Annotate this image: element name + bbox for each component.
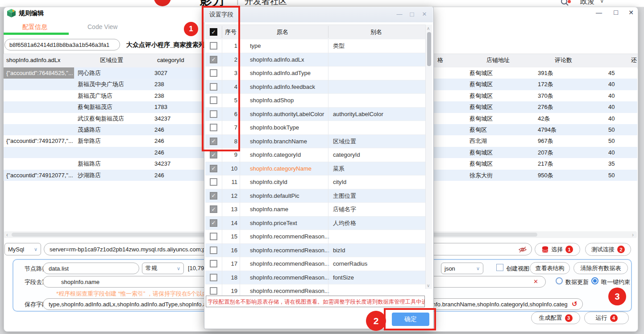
cell-area[interactable]: 蔡甸新福茂店 [78,101,147,113]
field-alias[interactable]: cornerRadius [333,257,422,271]
cell-area[interactable]: 新福路店 [78,158,147,169]
cell-extra[interactable]: 40 [608,113,635,124]
table-row[interactable]: 蔡甸城区172条40 [431,79,637,90]
cell-adlx[interactable]: {"accountid":76484525,"... [4,67,74,79]
generate-config-button[interactable]: 生成配置 3 [531,312,580,324]
table-row[interactable]: 蔡甸区4794条50 [431,124,637,135]
row-checkbox[interactable]: ✓ [210,205,217,213]
table-row[interactable]: 蔡甸城区276条40 [431,101,637,113]
field-row[interactable]: ✓13shopInfo.name店铺名字 [205,203,425,217]
left-col-header-categoryid[interactable]: categoryId [157,54,184,67]
row-checkbox[interactable] [210,233,217,240]
cell-categoryid[interactable]: 3027 [154,67,204,79]
table-row[interactable]: {"accountid":76484525,"...同心路店3027 [4,67,204,79]
scroll-right-icon[interactable]: › [632,232,634,238]
cell-categoryid[interactable]: 246 [154,124,204,135]
dialog-scrollbar-thumb[interactable] [427,32,431,66]
row-checkbox[interactable]: ✓ [210,165,217,172]
field-row[interactable]: 17shopInfo.recommendReason...cornerRadiu… [205,257,425,271]
field-alias[interactable]: 区域位置 [333,135,422,148]
dialog-maximize-button[interactable]: □ [407,10,417,18]
row-checkbox[interactable] [210,260,217,267]
table-row[interactable]: 西北湖967条50 [431,135,637,146]
table-row[interactable]: 新福路店34237 [4,158,204,169]
row-checkbox[interactable]: ✓ [210,151,217,159]
table-row[interactable]: 蔡甸城区207条40 [431,147,637,158]
field-alias[interactable]: 主图位置 [333,189,422,203]
cell-address[interactable]: 蔡甸城区 [469,158,536,169]
rule-hash-input[interactable]: b8f6581a62414d18b8ba3a1b546a3fa1 [4,39,120,50]
cell-extra[interactable]: 35 [608,158,635,169]
field-row[interactable]: 11shopInfo.cityIdcityId [205,175,425,189]
table-row[interactable]: {"accountid":74912077,"...沙湖路店246 [4,170,204,181]
left-col-header-area[interactable]: 区域位置 [100,54,123,67]
row-checkbox[interactable] [210,178,217,186]
cell-extra[interactable]: 50 [608,170,635,181]
tab-code-view[interactable]: Code View [87,23,117,30]
dialog-minimize-button[interactable]: — [395,11,404,17]
node-mode-select[interactable]: 常规 ∨ [142,263,184,274]
table-row[interactable]: 246 [4,147,204,158]
cell-reviews[interactable]: 950条 [538,170,605,181]
cell-reviews[interactable]: 42条 [538,113,605,124]
cell-adlx[interactable]: {"accountid":74912077,"... [4,170,74,181]
cell-address[interactable]: 徐东大街 [469,170,536,181]
field-alias[interactable]: cityId [333,175,422,189]
right-col-header-reviews[interactable]: 评论数 [555,54,572,67]
cell-area[interactable]: 同心路店 [78,67,147,79]
table-row[interactable]: 徐东大街950条50 [431,170,637,181]
minimize-button[interactable]: — [594,9,604,16]
run-button[interactable]: 运行 4 [584,312,629,324]
cell-address[interactable]: 蔡甸城区 [469,113,536,124]
cell-reviews[interactable]: 370条 [538,90,605,101]
cell-categoryid[interactable]: 246 [154,135,204,146]
cell-reviews[interactable]: 4794条 [538,124,605,135]
field-row[interactable]: 18shopInfo.recommendReason...fontSize [205,271,425,285]
field-row[interactable]: 16shopInfo.recommendReason...bizId [205,244,425,258]
cell-reviews[interactable]: 967条 [538,135,605,146]
cell-adlx[interactable] [4,147,74,158]
field-row[interactable]: ✓12shopInfo.defaultPic主图位置 [205,189,425,203]
cell-adlx[interactable] [4,158,74,169]
cell-area[interactable]: 武汉蔡甸新福茂店 [78,113,147,124]
field-alias[interactable]: 店铺名字 [333,203,422,216]
tab-config-info[interactable]: 配置信息 [22,23,47,31]
table-row[interactable]: 茂盛路店246 [4,124,204,135]
row-checkbox[interactable]: ✓ [210,219,217,227]
cell-categoryid[interactable]: 34237 [154,158,204,169]
left-col-header-adlx[interactable]: shopInfo.adInfo.adLx [6,54,60,67]
field-row[interactable]: 15shopInfo.recommendReason... [205,230,425,244]
test-connection-button[interactable]: 测试连接 2 [585,243,631,256]
table-row[interactable]: 蔡甸城区217条35 [431,158,637,169]
undo-icon[interactable]: ↺ [572,300,578,308]
table-row[interactable]: 新福茂广场店238 [4,90,204,101]
user-name[interactable]: 政浚 [580,0,594,6]
cell-address[interactable]: 蔡甸城区 [469,101,536,113]
cell-adlx[interactable] [4,113,74,124]
table-row[interactable]: {"accountid":74912077,"...新华路店246 [4,135,204,146]
cell-extra[interactable]: 40 [608,90,635,101]
cell-extra[interactable]: 50 [608,124,635,135]
field-alias[interactable]: 人均价格 [333,217,422,230]
radio-data-update[interactable] [556,277,563,284]
field-alias[interactable]: authorityLabelColor [333,108,422,121]
cell-categoryid[interactable]: 246 [154,170,204,181]
maximize-button[interactable]: □ [611,8,621,17]
row-checkbox[interactable] [210,287,217,295]
clear-tables-button[interactable]: 清除所有数据表 [573,262,628,274]
table-row[interactable]: 新福茂中央广场店238 [4,79,204,90]
cell-adlx[interactable]: {"accountid":74912077,"... [4,135,74,146]
table-row[interactable]: 蔡甸城区370条40 [431,90,637,101]
right-col-header-next-fragment[interactable]: 还 [631,54,637,67]
cell-reviews[interactable]: 217条 [538,158,605,169]
cell-area[interactable]: 新福茂广场店 [78,90,147,101]
eye-slash-icon[interactable] [518,246,527,253]
field-alias[interactable]: 类型 [333,39,422,53]
cell-categoryid[interactable]: 34237 [154,113,204,124]
scroll-down-icon[interactable]: ∨ [427,283,430,289]
field-row[interactable]: ✓14shopInfo.priceText人均价格 [205,217,425,230]
json-type-select[interactable]: json ∨ [441,263,483,274]
cell-extra[interactable]: 45 [608,67,635,79]
cell-adlx[interactable] [4,124,74,135]
cell-reviews[interactable]: 276条 [538,101,605,113]
